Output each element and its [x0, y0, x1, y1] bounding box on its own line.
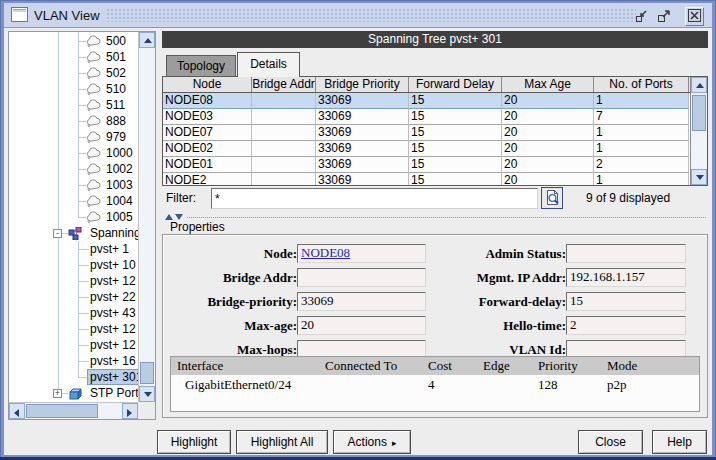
tree-item-pvst-12[interactable]: pvst+ 12 [9, 273, 138, 289]
property-field-bridge-priority[interactable]: 33069 [297, 292, 426, 311]
tree-item-501[interactable]: 501 [9, 49, 138, 65]
tree-item-spanning[interactable]: -Spanning [9, 225, 138, 241]
table-row[interactable]: NODE083306915201 [163, 93, 707, 109]
scroll-left-button[interactable] [9, 403, 25, 419]
property-label: Bridge Addr: [171, 270, 297, 286]
table-row[interactable]: NODE013306915202 [163, 157, 707, 173]
table-cell: 33069 [316, 173, 409, 186]
property-field-admin-status[interactable] [566, 244, 686, 263]
table-row[interactable]: NODE033306915207 [163, 109, 707, 125]
tree-item-510[interactable]: 510 [9, 81, 138, 97]
tree-item-500[interactable]: 500 [9, 33, 138, 49]
scrollbar-corner [138, 402, 155, 419]
property-row-node: Node:NODE08 [171, 244, 441, 263]
tree-horizontal-scrollbar[interactable] [9, 402, 138, 419]
interface-table-header: InterfaceConnected ToCostEdgePriorityMod… [171, 357, 699, 375]
filter-input[interactable] [211, 188, 538, 209]
tree-vertical-scrollbar[interactable] [138, 32, 155, 402]
tree-item-pvst-22[interactable]: pvst+ 22 [9, 289, 138, 305]
tree-item-label: pvst+ 43 [90, 306, 136, 320]
tree-item-511[interactable]: 511 [9, 97, 138, 113]
cloud-icon [86, 35, 101, 50]
table-cell: 20 [502, 109, 594, 125]
tree-hscroll-thumb[interactable] [26, 404, 98, 418]
collapse-icon[interactable]: - [53, 229, 62, 238]
tree-item-label: STP Port [90, 386, 138, 400]
tree-item-1005[interactable]: 1005 [9, 209, 138, 225]
property-row-bridge-addr: Bridge Addr: [171, 268, 441, 287]
column-header-bridge-addr[interactable]: Bridge Addr [252, 77, 316, 92]
node-link[interactable]: NODE08 [301, 245, 350, 260]
tree-item-label: pvst+ 301 [88, 370, 138, 384]
help-button[interactable]: Help [652, 430, 707, 454]
scroll-up-button[interactable] [139, 32, 155, 48]
tree-item-pvst-12[interactable]: pvst+ 12 [9, 337, 138, 353]
minimize-icon[interactable] [633, 8, 650, 25]
property-field-max-age[interactable]: 20 [297, 316, 426, 335]
tree-item-502[interactable]: 502 [9, 65, 138, 81]
property-field-hello-time[interactable]: 2 [566, 316, 686, 335]
highlight-all-button[interactable]: Highlight All [236, 430, 328, 454]
tree-item-label: Spanning [90, 226, 138, 240]
tree-item-1002[interactable]: 1002 [9, 161, 138, 177]
tree-item-pvst-12[interactable]: pvst+ 12 [9, 321, 138, 337]
iface-column-header-interface: Interface [171, 357, 321, 375]
property-field-node[interactable]: NODE08 [297, 244, 426, 263]
table-row[interactable]: NODE23306915201 [163, 173, 707, 186]
column-header-bridge-priority[interactable]: Bridge Priority [316, 77, 409, 92]
table-cell [252, 125, 316, 141]
scroll-right-button[interactable] [122, 403, 138, 419]
titlebar[interactable]: VLAN View [4, 3, 712, 28]
tab-topology[interactable]: Topology [166, 55, 236, 76]
maximize-icon[interactable] [655, 8, 672, 25]
table-cell: 33069 [316, 93, 409, 109]
tab-details[interactable]: Details [237, 52, 300, 77]
tree-item-stp-port[interactable]: +STP Port [9, 385, 138, 401]
tree-item-label: 502 [106, 66, 126, 80]
actions-menu-button[interactable]: Actions▸ [333, 430, 411, 454]
table-vertical-scrollbar[interactable] [690, 77, 707, 185]
scroll-down-button[interactable] [691, 169, 707, 185]
property-row-forward-delay: Forward-delay:15 [413, 292, 698, 311]
close-icon[interactable] [685, 7, 704, 26]
property-field-bridge-addr[interactable] [297, 268, 426, 287]
property-label: Mgmt. IP Addr: [413, 270, 566, 286]
tree-item-pvst-1[interactable]: pvst+ 1 [9, 241, 138, 257]
scroll-down-button[interactable] [139, 386, 155, 402]
scroll-up-button[interactable] [691, 77, 707, 93]
expand-icon[interactable]: + [53, 389, 62, 398]
property-field-mgmt-ip-addr[interactable]: 192.168.1.157 [566, 268, 686, 287]
tree-item-label: pvst+ 12 [90, 322, 136, 336]
filter-search-button[interactable] [541, 187, 563, 209]
cloud-icon [86, 195, 101, 210]
tree-item-label: 511 [106, 98, 125, 112]
table-cell: 15 [409, 125, 502, 141]
cloud-icon [86, 67, 101, 82]
splitter-handle[interactable] [187, 217, 706, 218]
tree-item-pvst-16[interactable]: pvst+ 16 [9, 353, 138, 369]
table-row[interactable]: NODE023306915201 [163, 141, 707, 157]
property-label: Hello-time: [413, 318, 566, 334]
table-cell: 1 [594, 141, 689, 157]
highlight-button[interactable]: Highlight [157, 430, 231, 454]
interface-cell: 128 [534, 377, 603, 395]
tree-item-979[interactable]: 979 [9, 129, 138, 145]
table-row[interactable]: NODE073306915201 [163, 125, 707, 141]
tree-vscroll-thumb[interactable] [140, 362, 154, 384]
column-header-no-of-ports[interactable]: No. of Ports [594, 77, 689, 92]
tree-item-pvst-43[interactable]: pvst+ 43 [9, 305, 138, 321]
tree-item-pvst-10[interactable]: pvst+ 10 [9, 257, 138, 273]
tree-item-1000[interactable]: 1000 [9, 145, 138, 161]
interface-row[interactable]: GigabitEthernet0/244128p2p [171, 377, 699, 395]
tree-item-1004[interactable]: 1004 [9, 193, 138, 209]
column-header-forward-delay[interactable]: Forward Delay [409, 77, 502, 92]
tree-item-pvst-301[interactable]: pvst+ 301 [9, 369, 138, 385]
column-header-node[interactable]: Node [163, 77, 252, 92]
property-field-forward-delay[interactable]: 15 [566, 292, 686, 311]
node-table-header: NodeBridge AddrBridge PriorityForward De… [163, 77, 707, 93]
table-vscroll-thumb[interactable] [692, 95, 706, 131]
tree-item-1003[interactable]: 1003 [9, 177, 138, 193]
close-button[interactable]: Close [578, 430, 643, 454]
column-header-max-age[interactable]: Max Age [502, 77, 594, 92]
tree-item-888[interactable]: 888 [9, 113, 138, 129]
